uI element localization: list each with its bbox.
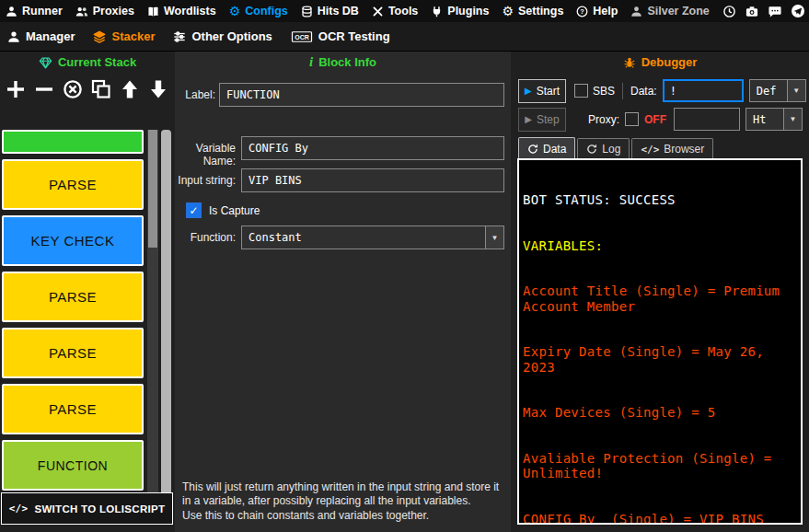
submenu-label: Stacker bbox=[111, 29, 155, 43]
switch-to-loliscript-button[interactable]: </> SWITCH TO LOLISCRIPT bbox=[1, 492, 173, 525]
tab-data[interactable]: Data bbox=[518, 137, 575, 159]
menu-label: Help bbox=[593, 5, 618, 17]
stack-scrollbar[interactable] bbox=[147, 130, 158, 524]
gem-icon bbox=[39, 56, 52, 69]
stack-panel: Current Stack bbox=[0, 52, 175, 532]
plugin-icon bbox=[431, 6, 443, 17]
play-icon: ▶ bbox=[525, 87, 532, 96]
move-down-button[interactable] bbox=[146, 77, 170, 101]
topbar-right-icons bbox=[722, 4, 809, 18]
label-field-label: Label: bbox=[179, 88, 215, 101]
clone-block-button[interactable] bbox=[89, 77, 113, 101]
menu-label: Hits DB bbox=[318, 5, 359, 17]
menu-item-help[interactable]: ? Help bbox=[576, 5, 618, 17]
function-label: Function: bbox=[175, 231, 236, 244]
code-icon: </> bbox=[9, 503, 29, 515]
is-capture-checkbox[interactable]: ✓ bbox=[186, 202, 202, 218]
input-string-input[interactable] bbox=[241, 168, 504, 192]
sbs-checkbox[interactable] bbox=[574, 84, 588, 98]
menu-item-configs[interactable]: ⚙ Configs bbox=[229, 5, 288, 17]
submenu-item-ocr-testing[interactable]: OCR OCR Testing bbox=[291, 29, 390, 43]
stack-block-function[interactable]: FUNCTION bbox=[2, 440, 144, 491]
proxy-input[interactable] bbox=[674, 108, 740, 131]
menu-item-tools[interactable]: Tools bbox=[372, 5, 418, 17]
move-up-button[interactable] bbox=[118, 77, 142, 101]
runner-icon bbox=[6, 6, 17, 17]
disable-block-button[interactable] bbox=[61, 77, 85, 101]
step-icon: ▶ bbox=[525, 115, 532, 124]
submenu-item-stacker[interactable]: Stacker bbox=[93, 29, 155, 43]
stack-block-parse-1[interactable]: PARSE bbox=[2, 159, 144, 210]
history-icon[interactable] bbox=[722, 5, 736, 18]
menu-item-silver-zone[interactable]: Silver Zone bbox=[630, 5, 709, 17]
debug-line: Expiry Date (Single) = May 26, 2023 bbox=[523, 344, 797, 375]
stack-block-keycheck[interactable]: KEY CHECK bbox=[2, 215, 144, 266]
menu-item-proxies[interactable]: Proxies bbox=[75, 5, 134, 17]
data-label: Data: bbox=[630, 85, 657, 98]
proxy-type-dropdown[interactable]: Ht ▼ bbox=[745, 108, 803, 131]
label-input[interactable] bbox=[219, 83, 504, 107]
wordlist-type-dropdown[interactable]: Def ▼ bbox=[749, 79, 806, 102]
menu-label: Tools bbox=[388, 5, 418, 17]
submenu-item-manager[interactable]: Manager bbox=[7, 29, 75, 43]
sliders-icon bbox=[173, 30, 186, 43]
silver-user-icon bbox=[630, 6, 642, 17]
debug-line: VARIABLES: bbox=[523, 238, 797, 254]
stack-block-parse-4[interactable]: PARSE bbox=[2, 384, 144, 434]
chevron-down-icon[interactable]: ▼ bbox=[485, 226, 503, 249]
code-icon: </> bbox=[641, 144, 659, 156]
proxy-status: OFF bbox=[644, 113, 666, 126]
stack-block-request[interactable] bbox=[2, 130, 144, 154]
database-icon bbox=[301, 6, 313, 17]
submenu-item-other-options[interactable]: Other Options bbox=[173, 29, 272, 43]
debugger-panel: Debugger ▶ Start SBS Data: Def ▼ bbox=[511, 52, 809, 532]
variable-name-label: Variable Name: bbox=[175, 142, 236, 168]
data-input[interactable] bbox=[663, 79, 744, 102]
debug-line: CONFIG By (Single) = VIP BINS bbox=[523, 512, 797, 526]
menu-label: Proxies bbox=[93, 5, 134, 17]
stack-scrollbar-thumb[interactable] bbox=[148, 130, 157, 248]
debugger-title: Debugger bbox=[511, 55, 809, 69]
tab-browser[interactable]: </> Browser bbox=[631, 138, 713, 159]
block-info-panel: i Block Info Label: Variable Name: Input… bbox=[175, 52, 511, 532]
menu-item-runner[interactable]: Runner bbox=[6, 5, 63, 17]
tab-log[interactable]: Log bbox=[577, 138, 630, 159]
menu-item-hits-db[interactable]: Hits DB bbox=[301, 5, 359, 17]
help-icon: ? bbox=[576, 6, 588, 17]
menu-label: Wordlists bbox=[164, 5, 216, 17]
block-info-title: i Block Info bbox=[175, 55, 511, 69]
svg-text:?: ? bbox=[581, 6, 585, 15]
stack-block-parse-3[interactable]: PARSE bbox=[2, 328, 144, 378]
step-button[interactable]: ▶ Step bbox=[518, 108, 566, 132]
menu-item-plugins[interactable]: Plugins bbox=[431, 5, 489, 17]
stack-block-list: PARSE KEY CHECK PARSE PARSE PARSE FUNCTI… bbox=[2, 130, 144, 496]
chevron-down-icon[interactable]: ▼ bbox=[787, 80, 805, 101]
top-menu-bar: Runner Proxies Wordlists ⚙ Configs Hits … bbox=[0, 0, 809, 22]
refresh-icon bbox=[586, 144, 597, 155]
info-icon: i bbox=[309, 55, 313, 69]
debugger-row-1: ▶ Start SBS Data: Def ▼ bbox=[511, 78, 809, 103]
block-description: This will just return anything written i… bbox=[182, 480, 504, 523]
add-block-button[interactable] bbox=[4, 77, 28, 101]
remove-block-button[interactable] bbox=[32, 77, 56, 101]
submenu-label: OCR Testing bbox=[318, 29, 390, 43]
camera-icon[interactable] bbox=[745, 5, 759, 18]
proxy-checkbox[interactable] bbox=[625, 112, 639, 126]
manager-icon bbox=[7, 30, 20, 43]
stack-block-parse-2[interactable]: PARSE bbox=[2, 272, 144, 322]
send-icon[interactable] bbox=[791, 4, 805, 18]
function-dropdown[interactable]: Constant ▼ bbox=[241, 226, 504, 249]
variable-name-input[interactable] bbox=[241, 136, 504, 160]
panel-scrollbar[interactable] bbox=[161, 130, 171, 524]
start-button[interactable]: ▶ Start bbox=[518, 79, 566, 103]
menu-label: Silver Zone bbox=[647, 5, 709, 17]
chevron-down-icon[interactable]: ▼ bbox=[783, 109, 802, 130]
debugger-row-2: ▶ Step Proxy: OFF Ht ▼ bbox=[511, 107, 809, 132]
refresh-icon bbox=[527, 144, 538, 155]
function-dropdown-value: Constant bbox=[242, 226, 485, 249]
menu-item-settings[interactable]: ⚙ Settings bbox=[502, 5, 563, 17]
stack-panel-title: Current Stack bbox=[0, 55, 175, 69]
menu-label: Settings bbox=[518, 5, 563, 17]
chat-icon[interactable] bbox=[768, 5, 782, 18]
menu-item-wordlists[interactable]: Wordlists bbox=[147, 5, 216, 17]
